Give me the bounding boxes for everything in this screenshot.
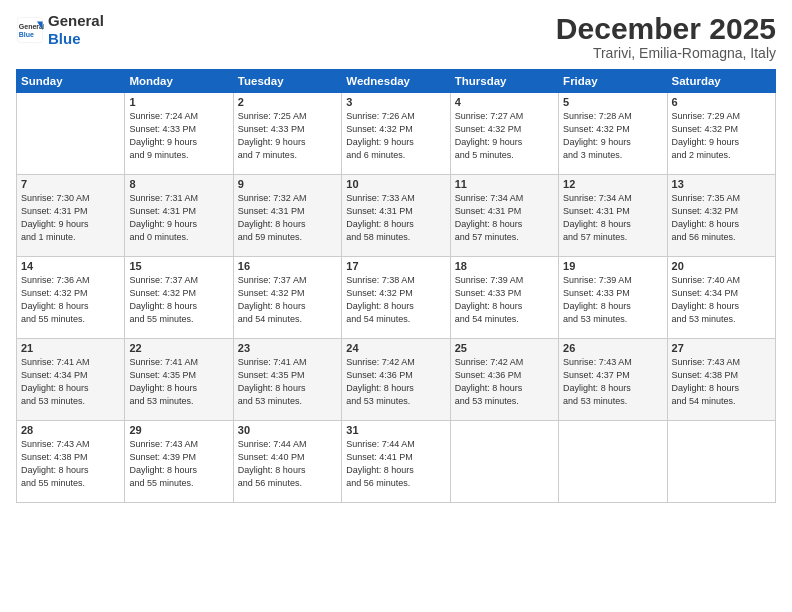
logo: General Blue General Blue — [16, 12, 104, 48]
day-info: Sunrise: 7:31 AM Sunset: 4:31 PM Dayligh… — [129, 192, 228, 244]
calendar-cell: 11Sunrise: 7:34 AM Sunset: 4:31 PM Dayli… — [450, 175, 558, 257]
day-number: 8 — [129, 178, 228, 190]
day-info: Sunrise: 7:43 AM Sunset: 4:38 PM Dayligh… — [21, 438, 120, 490]
calendar-cell: 21Sunrise: 7:41 AM Sunset: 4:34 PM Dayli… — [17, 339, 125, 421]
day-number: 14 — [21, 260, 120, 272]
day-number: 27 — [672, 342, 771, 354]
day-info: Sunrise: 7:33 AM Sunset: 4:31 PM Dayligh… — [346, 192, 445, 244]
calendar-cell: 28Sunrise: 7:43 AM Sunset: 4:38 PM Dayli… — [17, 421, 125, 503]
day-number: 2 — [238, 96, 337, 108]
calendar-cell: 14Sunrise: 7:36 AM Sunset: 4:32 PM Dayli… — [17, 257, 125, 339]
location-title: Trarivi, Emilia-Romagna, Italy — [556, 45, 776, 61]
day-info: Sunrise: 7:39 AM Sunset: 4:33 PM Dayligh… — [563, 274, 662, 326]
day-info: Sunrise: 7:29 AM Sunset: 4:32 PM Dayligh… — [672, 110, 771, 162]
day-info: Sunrise: 7:41 AM Sunset: 4:35 PM Dayligh… — [238, 356, 337, 408]
calendar-cell — [450, 421, 558, 503]
day-info: Sunrise: 7:43 AM Sunset: 4:37 PM Dayligh… — [563, 356, 662, 408]
day-info: Sunrise: 7:24 AM Sunset: 4:33 PM Dayligh… — [129, 110, 228, 162]
calendar-cell: 8Sunrise: 7:31 AM Sunset: 4:31 PM Daylig… — [125, 175, 233, 257]
day-number: 22 — [129, 342, 228, 354]
calendar-cell: 2Sunrise: 7:25 AM Sunset: 4:33 PM Daylig… — [233, 93, 341, 175]
weekday-header: Tuesday — [233, 70, 341, 93]
day-number: 31 — [346, 424, 445, 436]
day-number: 30 — [238, 424, 337, 436]
day-info: Sunrise: 7:34 AM Sunset: 4:31 PM Dayligh… — [455, 192, 554, 244]
calendar-cell — [17, 93, 125, 175]
calendar-cell: 15Sunrise: 7:37 AM Sunset: 4:32 PM Dayli… — [125, 257, 233, 339]
calendar-cell: 1Sunrise: 7:24 AM Sunset: 4:33 PM Daylig… — [125, 93, 233, 175]
day-info: Sunrise: 7:41 AM Sunset: 4:34 PM Dayligh… — [21, 356, 120, 408]
page: General Blue General Blue December 2025 … — [0, 0, 792, 612]
calendar-week-row: 7Sunrise: 7:30 AM Sunset: 4:31 PM Daylig… — [17, 175, 776, 257]
day-info: Sunrise: 7:41 AM Sunset: 4:35 PM Dayligh… — [129, 356, 228, 408]
calendar-cell: 20Sunrise: 7:40 AM Sunset: 4:34 PM Dayli… — [667, 257, 775, 339]
calendar-cell: 25Sunrise: 7:42 AM Sunset: 4:36 PM Dayli… — [450, 339, 558, 421]
logo-text: General Blue — [48, 12, 104, 48]
day-info: Sunrise: 7:37 AM Sunset: 4:32 PM Dayligh… — [238, 274, 337, 326]
calendar-cell: 23Sunrise: 7:41 AM Sunset: 4:35 PM Dayli… — [233, 339, 341, 421]
day-info: Sunrise: 7:37 AM Sunset: 4:32 PM Dayligh… — [129, 274, 228, 326]
weekday-header: Friday — [559, 70, 667, 93]
calendar-cell: 13Sunrise: 7:35 AM Sunset: 4:32 PM Dayli… — [667, 175, 775, 257]
day-info: Sunrise: 7:43 AM Sunset: 4:38 PM Dayligh… — [672, 356, 771, 408]
day-number: 28 — [21, 424, 120, 436]
calendar-week-row: 1Sunrise: 7:24 AM Sunset: 4:33 PM Daylig… — [17, 93, 776, 175]
day-info: Sunrise: 7:35 AM Sunset: 4:32 PM Dayligh… — [672, 192, 771, 244]
day-number: 26 — [563, 342, 662, 354]
calendar-cell: 7Sunrise: 7:30 AM Sunset: 4:31 PM Daylig… — [17, 175, 125, 257]
day-number: 11 — [455, 178, 554, 190]
day-number: 29 — [129, 424, 228, 436]
calendar-cell: 10Sunrise: 7:33 AM Sunset: 4:31 PM Dayli… — [342, 175, 450, 257]
day-number: 18 — [455, 260, 554, 272]
day-number: 15 — [129, 260, 228, 272]
day-info: Sunrise: 7:42 AM Sunset: 4:36 PM Dayligh… — [455, 356, 554, 408]
calendar-table: SundayMondayTuesdayWednesdayThursdayFrid… — [16, 69, 776, 503]
calendar-cell: 31Sunrise: 7:44 AM Sunset: 4:41 PM Dayli… — [342, 421, 450, 503]
day-info: Sunrise: 7:42 AM Sunset: 4:36 PM Dayligh… — [346, 356, 445, 408]
header: General Blue General Blue December 2025 … — [16, 12, 776, 61]
calendar-cell: 24Sunrise: 7:42 AM Sunset: 4:36 PM Dayli… — [342, 339, 450, 421]
day-info: Sunrise: 7:43 AM Sunset: 4:39 PM Dayligh… — [129, 438, 228, 490]
day-number: 24 — [346, 342, 445, 354]
calendar-cell: 3Sunrise: 7:26 AM Sunset: 4:32 PM Daylig… — [342, 93, 450, 175]
calendar-cell: 22Sunrise: 7:41 AM Sunset: 4:35 PM Dayli… — [125, 339, 233, 421]
calendar-cell: 12Sunrise: 7:34 AM Sunset: 4:31 PM Dayli… — [559, 175, 667, 257]
svg-text:Blue: Blue — [19, 31, 34, 38]
svg-rect-0 — [17, 17, 42, 42]
day-number: 17 — [346, 260, 445, 272]
day-number: 9 — [238, 178, 337, 190]
calendar-cell: 29Sunrise: 7:43 AM Sunset: 4:39 PM Dayli… — [125, 421, 233, 503]
calendar-cell: 30Sunrise: 7:44 AM Sunset: 4:40 PM Dayli… — [233, 421, 341, 503]
day-info: Sunrise: 7:38 AM Sunset: 4:32 PM Dayligh… — [346, 274, 445, 326]
day-number: 7 — [21, 178, 120, 190]
day-info: Sunrise: 7:36 AM Sunset: 4:32 PM Dayligh… — [21, 274, 120, 326]
day-info: Sunrise: 7:32 AM Sunset: 4:31 PM Dayligh… — [238, 192, 337, 244]
day-info: Sunrise: 7:44 AM Sunset: 4:40 PM Dayligh… — [238, 438, 337, 490]
calendar-cell: 5Sunrise: 7:28 AM Sunset: 4:32 PM Daylig… — [559, 93, 667, 175]
day-number: 20 — [672, 260, 771, 272]
calendar-cell — [667, 421, 775, 503]
day-number: 6 — [672, 96, 771, 108]
calendar-cell: 27Sunrise: 7:43 AM Sunset: 4:38 PM Dayli… — [667, 339, 775, 421]
calendar-cell: 6Sunrise: 7:29 AM Sunset: 4:32 PM Daylig… — [667, 93, 775, 175]
header-row: SundayMondayTuesdayWednesdayThursdayFrid… — [17, 70, 776, 93]
calendar-week-row: 21Sunrise: 7:41 AM Sunset: 4:34 PM Dayli… — [17, 339, 776, 421]
day-number: 5 — [563, 96, 662, 108]
day-info: Sunrise: 7:25 AM Sunset: 4:33 PM Dayligh… — [238, 110, 337, 162]
weekday-header: Thursday — [450, 70, 558, 93]
day-number: 13 — [672, 178, 771, 190]
day-number: 21 — [21, 342, 120, 354]
day-info: Sunrise: 7:40 AM Sunset: 4:34 PM Dayligh… — [672, 274, 771, 326]
weekday-header: Wednesday — [342, 70, 450, 93]
calendar-cell: 26Sunrise: 7:43 AM Sunset: 4:37 PM Dayli… — [559, 339, 667, 421]
day-number: 1 — [129, 96, 228, 108]
day-number: 16 — [238, 260, 337, 272]
weekday-header: Sunday — [17, 70, 125, 93]
day-number: 25 — [455, 342, 554, 354]
logo-icon: General Blue — [16, 16, 44, 44]
day-number: 12 — [563, 178, 662, 190]
day-number: 10 — [346, 178, 445, 190]
calendar-cell: 18Sunrise: 7:39 AM Sunset: 4:33 PM Dayli… — [450, 257, 558, 339]
day-number: 3 — [346, 96, 445, 108]
title-block: December 2025 Trarivi, Emilia-Romagna, I… — [556, 12, 776, 61]
